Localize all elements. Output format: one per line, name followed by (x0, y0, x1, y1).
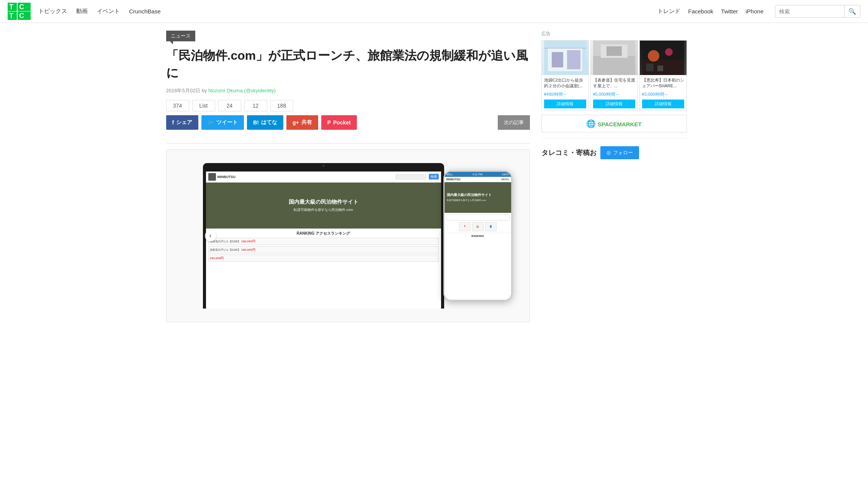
search-input[interactable] (775, 6, 844, 17)
nav-crunchbase[interactable]: CrunchBase (129, 8, 161, 15)
ad-btn-3[interactable]: 詳細情報 (642, 100, 684, 108)
ad-image-1 (542, 41, 588, 75)
item-price-3: 150,000円 (210, 256, 224, 260)
svg-point-20 (665, 48, 673, 56)
article-title: 「民泊物件.com」が正式ローンチ、旅館業法の規制緩和が追い風に (166, 47, 530, 82)
phone-icon-3: 👤 (485, 222, 497, 231)
ad-card-2-content: 【表参道】住宅を見渡す屋上で、... ¥5,000/時間～ 詳細情報 (591, 75, 638, 111)
hatena-share-button[interactable]: B! はてな (247, 115, 283, 130)
ad-btn-2[interactable]: 詳細情報 (593, 100, 635, 108)
nav-video[interactable]: 動画 (76, 8, 88, 15)
phone-logo: MINBUTSU (446, 178, 461, 181)
phone-search-input (446, 214, 510, 220)
phone-status-bar: BELL 4:21 PM 100% (445, 172, 511, 177)
svg-text:C: C (19, 3, 24, 11)
google-count[interactable]: 12 (244, 100, 267, 111)
phone-icon-2: 🚉 (472, 222, 484, 231)
twitter-label: ツイート (216, 119, 238, 126)
ranking-item-1: 浅草花川戸ビル【2LDK】 160,000円 (208, 238, 439, 245)
ad-card-1-content: 池袋C2出口から徒歩約２分の小会議室(... ¥490/時間～ 詳細情報 (542, 75, 588, 111)
hatena-icon: B! (253, 119, 259, 126)
category-tag: ニュース (166, 31, 195, 41)
nav-iphone[interactable]: iPhone (745, 8, 763, 15)
minbutsu-search-bar (396, 174, 426, 180)
nav-facebook[interactable]: Facebook (688, 8, 713, 15)
item-name-2: 浅草花川戸ビル【2LDK】 (210, 248, 241, 251)
spacemarket-logo[interactable]: 🌐 SPACEMARKET (541, 115, 687, 132)
item-price-2: 160,000円 (241, 248, 255, 252)
follow-text: タレコミ・寄稿お (541, 148, 597, 157)
ranking-item-3: 150,000円 (208, 255, 439, 262)
ad-label: 広告 (541, 31, 687, 37)
ad-price-3: ¥3,000/時間～ (642, 91, 684, 97)
facebook-icon: f (172, 119, 174, 126)
pocket-icon: P (327, 119, 331, 126)
ad-title-3: 【恵比寿】日本初のシェアバーSHARE... (642, 77, 684, 89)
nav-topics[interactable]: トピックス (38, 8, 67, 15)
minbutsu-ranking: RANKING アクセスランキング 浅草花川戸ビル【2LDK】 160,000円… (206, 229, 441, 265)
phone-hero-sub: 転貸可能物件を探すなら民泊物件.com (447, 199, 509, 202)
search-button[interactable]: 🔍 (844, 5, 860, 17)
minbutsu-hero-sub: 転貸可能物件を探すなら民泊物件.com (294, 207, 353, 212)
nav-twitter[interactable]: Twitter (721, 8, 738, 15)
list-count[interactable]: List (192, 100, 215, 111)
article-divider (166, 143, 530, 144)
right-nav: トレンド Facebook Twitter iPhone 🔍 (657, 5, 860, 18)
laptop-screen: MINBUTSU 検索 国内最大級の民泊物件サイト 転貸可能物件を探すなら民泊物… (206, 171, 441, 309)
next-article-button[interactable]: 次の記事 (498, 115, 530, 130)
sidebar-divider (541, 138, 687, 139)
ad-price-1: ¥490/時間～ (544, 91, 586, 97)
ad-image-2 (591, 41, 638, 75)
minbutsu-hero-title: 国内最大級の民泊物件サイト (289, 198, 358, 206)
phone-hero: 国内最大級の民泊物件サイト 転貸可能物件を探すなら民泊物件.com (445, 182, 511, 213)
ad-card-3-content: 【恵比寿】日本初のシェアバーSHARE... ¥3,000/時間～ 詳細情報 (640, 75, 687, 111)
ad-card-3[interactable]: 【恵比寿】日本初のシェアバーSHARE... ¥3,000/時間～ 詳細情報 (639, 40, 687, 111)
article-date: 2016年5月02日 (166, 88, 201, 93)
content-area: ニュース 「民泊物件.com」が正式ローンチ、旅館業法の規制緩和が追い風に 20… (166, 23, 541, 322)
phone-carrier: BELL (447, 173, 453, 176)
minbutsu-logo-icon (208, 173, 216, 181)
ad-price-2: ¥5,000/時間～ (593, 91, 635, 97)
svg-text:C: C (19, 12, 24, 20)
svg-rect-10 (552, 52, 563, 67)
ad-card-2[interactable]: 【表参道】住宅を見渡す屋上で、... ¥5,000/時間～ 詳細情報 (590, 40, 638, 111)
ad-btn-1[interactable]: 詳細情報 (544, 100, 586, 108)
minbutsu-website: MINBUTSU 検索 国内最大級の民泊物件サイト 転貸可能物件を探すなら民泊物… (206, 171, 441, 309)
author-link[interactable]: Nozomi Okuma (208, 88, 243, 93)
phone-ranking: RANKING (445, 233, 511, 239)
follow-button[interactable]: ◎ フォロー (600, 146, 639, 159)
share-counts: 374 List 24 12 188 (166, 100, 530, 111)
phone-hero-title: 国内最大級の民泊物件サイト (447, 193, 509, 198)
ad-card-1[interactable]: 池袋C2出口から徒歩約２分の小会議室(... ¥490/時間～ 詳細情報 (541, 40, 589, 111)
hatena-label: はてな (261, 119, 277, 126)
follow-icon: ◎ (606, 150, 611, 155)
minbutsu-hero: 国内最大級の民泊物件サイト 転貸可能物件を探すなら民泊物件.com (206, 183, 441, 229)
item-price-1: 160,000円 (241, 240, 255, 243)
ad-image-3 (640, 41, 687, 75)
facebook-count[interactable]: 374 (166, 100, 189, 111)
ranking-item-2: 浅草花川戸ビル【2LDK】 160,000円 (208, 246, 439, 253)
nav-trend[interactable]: トレンド (657, 8, 680, 15)
hatena-count[interactable]: 24 (218, 100, 241, 111)
article-meta: 2016年5月02日 by Nozomi Okuma (@skyidentity… (166, 87, 530, 94)
google-share-button[interactable]: g+ 共有 (286, 115, 318, 130)
facebook-share-button[interactable]: f シェア (166, 115, 199, 130)
prev-arrow[interactable]: ‹ (205, 230, 216, 242)
svg-text:T: T (9, 12, 13, 20)
pocket-count[interactable]: 188 (270, 100, 293, 111)
ranking-title: RANKING アクセスランキング (208, 231, 439, 236)
follow-label: フォロー (613, 149, 633, 156)
nav-events[interactable]: イベント (97, 8, 120, 15)
svg-rect-22 (657, 65, 663, 71)
google-label: 共有 (301, 119, 312, 126)
item-name-1: 浅草花川戸ビル【2LDK】 (210, 240, 241, 243)
ad-title-1: 池袋C2出口から徒歩約２分の小会議室(... (544, 77, 586, 89)
spacemarket-text: SPACEMARKET (598, 121, 642, 127)
phone-screen: BELL 4:21 PM 100% MINBUTSU MENU 国内最大級の民泊… (445, 172, 511, 300)
site-logo[interactable]: T C T C (8, 2, 31, 21)
svg-rect-11 (567, 50, 580, 69)
phone-battery: 100% (502, 173, 509, 176)
phone-icons: 📍 🚉 👤 (446, 222, 510, 231)
pocket-share-button[interactable]: P Pocket (321, 115, 357, 130)
twitter-share-button[interactable]: 🐦 ツイート (201, 115, 244, 130)
